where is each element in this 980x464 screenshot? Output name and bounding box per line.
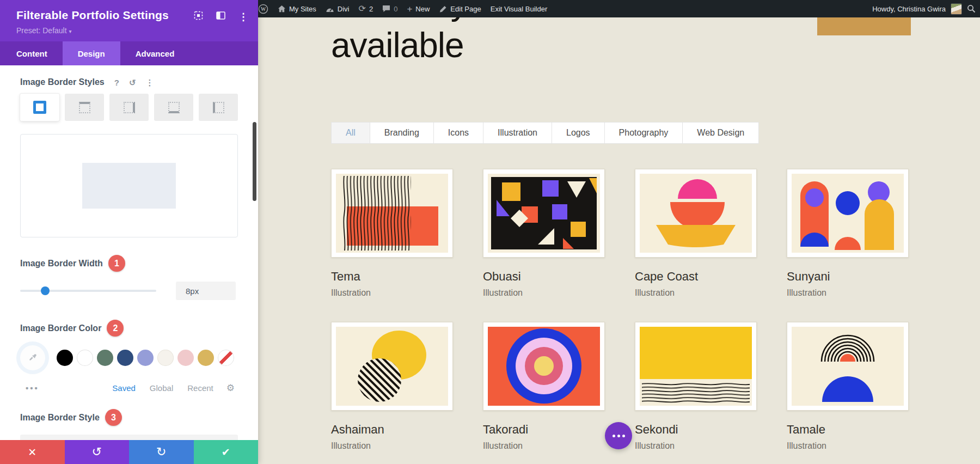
custom-color-picker-button[interactable] <box>20 345 45 370</box>
portfolio-thumbnail-sunyani[interactable] <box>787 169 909 258</box>
more-swatches-dots[interactable]: ••• <box>26 383 39 393</box>
avatar[interactable] <box>951 3 962 15</box>
portfolio-category: Illustration <box>635 441 757 451</box>
swatch-pink[interactable] <box>177 350 194 366</box>
filter-tab-logos[interactable]: Logos <box>552 123 605 143</box>
preset-label: Preset: Default <box>16 26 67 35</box>
tab-design[interactable]: Design <box>63 41 120 65</box>
undo-button[interactable]: ↺ <box>65 440 130 464</box>
border-top-button[interactable] <box>65 94 104 121</box>
account-menu[interactable]: Howdy, Christina Gwira <box>872 5 946 13</box>
portfolio-category: Illustration <box>635 288 757 298</box>
portfolio-thumbnail-tamale[interactable] <box>787 322 909 411</box>
slider-thumb[interactable] <box>41 286 50 295</box>
filter-tab-photography[interactable]: Photography <box>605 123 683 143</box>
filter-tab-illustration[interactable]: Illustration <box>483 123 552 143</box>
portfolio-item: Sekondi Illustration <box>635 322 757 451</box>
portfolio-thumbnail-obuasi[interactable] <box>483 169 605 258</box>
annotation-badge-2: 2 <box>107 320 124 337</box>
preset-selector[interactable]: Preset: Default ▾ <box>16 26 244 35</box>
eyedropper-icon <box>28 353 38 363</box>
portfolio-title[interactable]: Takoradi <box>483 423 605 437</box>
gear-icon[interactable]: ⚙ <box>226 382 235 394</box>
update-icon: ⟳ <box>359 4 366 13</box>
search-button[interactable] <box>967 4 976 13</box>
panel-more-menu-icon[interactable]: ⋮ <box>238 12 248 22</box>
dot <box>617 435 620 437</box>
swatch-periwinkle[interactable] <box>137 350 154 366</box>
section-settings-dots-button[interactable] <box>605 422 632 449</box>
recent-colors-link[interactable]: Recent <box>187 383 213 393</box>
wp-logo-icon[interactable]: W <box>258 4 268 14</box>
artwork-takoradi <box>488 327 600 406</box>
portfolio-title[interactable]: Tema <box>331 270 453 284</box>
options-dots-icon[interactable]: ⋮ <box>145 78 154 87</box>
save-button[interactable]: ✔ <box>194 440 259 464</box>
edit-page-menu[interactable]: Edit Page <box>439 5 481 13</box>
redo-button[interactable]: ↻ <box>129 440 194 464</box>
swatch-cream[interactable] <box>157 350 174 366</box>
border-width-label: Image Border Width <box>20 259 103 268</box>
portfolio-thumbnail-ashaiman[interactable] <box>331 322 453 411</box>
portfolio-thumbnail-tema[interactable] <box>331 169 453 258</box>
border-left-icon <box>213 102 224 113</box>
filter-tab-all[interactable]: All <box>332 123 370 143</box>
comments-menu[interactable]: 0 <box>382 5 397 13</box>
border-style-options <box>20 94 238 121</box>
portfolio-title[interactable]: Obuasi <box>483 270 605 284</box>
tab-content[interactable]: Content <box>0 41 63 65</box>
panel-tabs: Content Design Advanced <box>0 41 258 65</box>
border-right-button[interactable] <box>109 94 149 121</box>
filter-tab-webdesign[interactable]: Web Design <box>683 123 758 143</box>
artwork-sekondi <box>640 327 752 406</box>
portfolio-category: Illustration <box>331 441 453 451</box>
divi-label: Divi <box>338 5 350 13</box>
portfolio-title[interactable]: Cape Coast <box>635 270 757 284</box>
discard-button[interactable]: ✕ <box>0 440 65 464</box>
portfolio-title[interactable]: Sekondi <box>635 423 757 437</box>
border-width-slider[interactable] <box>20 290 156 292</box>
new-content-menu[interactable]: + New <box>407 4 430 14</box>
portfolio-item: Tema Illustration <box>331 169 453 298</box>
border-bottom-button[interactable] <box>154 94 193 121</box>
filter-tab-branding[interactable]: Branding <box>370 123 434 143</box>
exit-visual-builder-button[interactable]: Exit Visual Builder <box>491 5 548 13</box>
border-all-button[interactable] <box>20 94 59 121</box>
updates-menu[interactable]: ⟳ 2 <box>359 4 373 13</box>
reset-icon[interactable]: ↺ <box>129 78 136 87</box>
panel-scrollbar[interactable] <box>253 122 256 201</box>
portfolio-category: Illustration <box>787 288 909 298</box>
tab-advanced[interactable]: Advanced <box>120 41 190 65</box>
border-width-value-input[interactable]: 8px <box>176 282 236 300</box>
partial-gold-button[interactable] <box>817 17 911 35</box>
saved-colors-link[interactable]: Saved <box>112 383 136 393</box>
snap-panel-icon[interactable] <box>194 11 203 22</box>
portfolio-item: Takoradi Illustration <box>483 322 605 451</box>
swatch-white[interactable] <box>77 350 93 366</box>
module-settings-panel: Filterable Portfolio Settings Preset: De… <box>0 0 258 464</box>
help-icon[interactable]: ? <box>114 78 119 87</box>
edit-page-label: Edit Page <box>450 5 481 13</box>
my-sites-menu[interactable]: My Sites <box>278 5 316 13</box>
portfolio-title[interactable]: Tamale <box>787 423 909 437</box>
border-style-select[interactable]: Solid <box>20 435 238 440</box>
swatch-black[interactable] <box>57 350 73 366</box>
border-left-button[interactable] <box>199 94 238 121</box>
portfolio-title[interactable]: Ashaiman <box>331 423 453 437</box>
border-top-icon <box>79 102 90 113</box>
panel-layout-icon[interactable] <box>216 11 225 22</box>
swatch-green[interactable] <box>97 350 113 366</box>
portfolio-title[interactable]: Sunyani <box>787 270 909 284</box>
update-count: 2 <box>369 5 373 13</box>
divi-menu[interactable]: Divi <box>326 5 350 13</box>
portfolio-thumbnail-cape-coast[interactable] <box>635 169 757 258</box>
portfolio-thumbnail-sekondi[interactable] <box>635 322 757 411</box>
global-colors-link[interactable]: Global <box>150 383 173 393</box>
swatch-navy[interactable] <box>117 350 133 366</box>
swatch-gold[interactable] <box>198 350 214 366</box>
portfolio-thumbnail-takoradi[interactable] <box>483 322 605 411</box>
swatch-transparent[interactable] <box>218 350 234 366</box>
filter-tab-icons[interactable]: Icons <box>434 123 483 143</box>
artwork-ashaiman <box>336 327 448 406</box>
comment-count: 0 <box>394 5 397 13</box>
